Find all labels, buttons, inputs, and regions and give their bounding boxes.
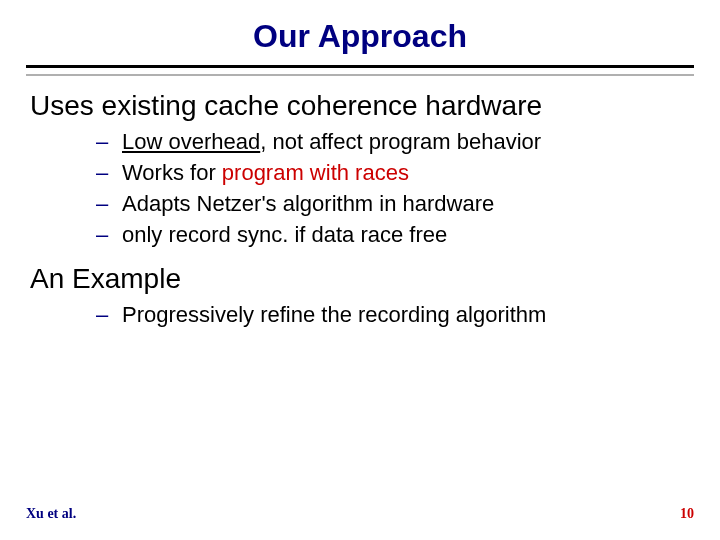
title-rule: [26, 65, 694, 76]
slide: Our Approach Uses existing cache coheren…: [0, 0, 720, 540]
bullet-dash-icon: –: [96, 190, 122, 218]
text-pre: Works for: [122, 160, 222, 185]
red-text: program with races: [222, 160, 409, 185]
item-text: Works for program with races: [122, 159, 409, 187]
section-0-items: – Low overhead, not affect program behav…: [30, 128, 690, 249]
rule-main: [26, 65, 694, 68]
footer-page-number: 10: [680, 506, 694, 522]
bullet-dash-icon: –: [96, 221, 122, 249]
underlined-text: Low overhead: [122, 129, 260, 154]
list-item: – only record sync. if data race free: [96, 221, 690, 249]
slide-body: Uses existing cache coherence hardware –…: [26, 90, 694, 329]
list-item: – Progressively refine the recording alg…: [96, 301, 690, 329]
bullet-dash-icon: –: [96, 128, 122, 156]
bullet-dash-icon: –: [96, 159, 122, 187]
section-heading-0: Uses existing cache coherence hardware: [30, 90, 690, 122]
text-post: , not affect program behavior: [260, 129, 541, 154]
section-heading-1: An Example: [30, 263, 690, 295]
item-text: only record sync. if data race free: [122, 221, 447, 249]
bullet-dash-icon: –: [96, 301, 122, 329]
item-text: Progressively refine the recording algor…: [122, 301, 546, 329]
list-item: – Works for program with races: [96, 159, 690, 187]
slide-title: Our Approach: [26, 18, 694, 55]
section-1-items: – Progressively refine the recording alg…: [30, 301, 690, 329]
list-item: – Adapts Netzer's algorithm in hardware: [96, 190, 690, 218]
footer-author: Xu et al.: [26, 506, 76, 522]
item-text: Adapts Netzer's algorithm in hardware: [122, 190, 494, 218]
rule-shadow: [26, 74, 694, 76]
list-item: – Low overhead, not affect program behav…: [96, 128, 690, 156]
item-text: Low overhead, not affect program behavio…: [122, 128, 541, 156]
